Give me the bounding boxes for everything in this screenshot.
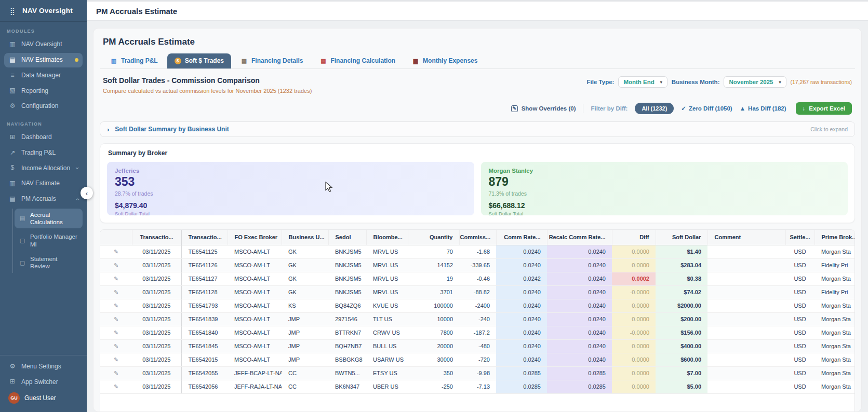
tab-trading-p-l[interactable]: ▥Trading P&L bbox=[103, 53, 165, 68]
table-row[interactable]: ✎03/11/2025TE6541793MSCO-AM-LTKSBQ84ZQ6K… bbox=[100, 299, 855, 312]
cell-sedol: BNKJSM5 bbox=[328, 258, 366, 272]
table-row[interactable]: ✎03/11/2025TE6541125MSCO-AM-LTGKBNKJSM5M… bbox=[100, 245, 855, 258]
section-row: Soft Dollar Trades - Commission Comparis… bbox=[103, 76, 852, 94]
sidebar-item-app-switcher[interactable]: ⊞App Switcher bbox=[4, 375, 83, 389]
show-overrides-toggle[interactable]: ✎ Show Overrides (0) bbox=[511, 105, 576, 112]
table-row[interactable]: ✎03/11/2025TE6541839MSCO-AM-LTJMP2971546… bbox=[100, 312, 855, 326]
col-header-prime-broker[interactable]: Prime Brok... bbox=[814, 230, 855, 245]
calc-table-icon: ▦ bbox=[319, 58, 327, 64]
cell-bloomberg: KVUE US bbox=[366, 299, 408, 312]
edit-row-icon[interactable]: ✎ bbox=[114, 343, 118, 349]
cell-comment bbox=[707, 326, 785, 339]
sidebar-collapse-button[interactable]: ‹ bbox=[81, 187, 93, 199]
export-excel-button[interactable]: ↓ Export Excel bbox=[796, 102, 852, 115]
table-row[interactable]: ✎03/11/2025TE6541126MSCO-AM-LTGKBNKJSM5M… bbox=[100, 258, 855, 272]
trend-up-icon: ↗ bbox=[8, 149, 17, 157]
sidebar-item-dashboard[interactable]: ⊞Dashboard bbox=[4, 130, 83, 145]
tab-monthly-expenses[interactable]: ▆Monthly Expenses bbox=[405, 53, 485, 68]
brand: ⣿ NAV Oversight bbox=[0, 0, 87, 22]
cell-comment bbox=[707, 366, 785, 380]
filter-all-button[interactable]: All (1232) bbox=[635, 103, 674, 114]
cell-fo-exec-broker: MSCO-AM-LT bbox=[228, 258, 282, 272]
edit-row-icon[interactable]: ✎ bbox=[114, 316, 118, 322]
tab-label: Trading P&L bbox=[121, 57, 158, 64]
col-header-bloomberg[interactable]: Bloombe... bbox=[366, 230, 408, 245]
table-row[interactable]: ✎03/11/2025TE6541127MSCO-AM-LTGKBNKJSM5M… bbox=[100, 272, 855, 285]
sidebar-item-nav-estimates[interactable]: ▤NAV Estimates bbox=[4, 53, 83, 67]
sidebar-subitem-statement-review[interactable]: ▢Statement Review bbox=[15, 253, 83, 273]
table-row[interactable]: ✎03/11/2025TE6541845MSCO-AM-LTJMPBQH7NB7… bbox=[100, 339, 855, 353]
sidebar-item-income-allocation[interactable]: $Income Allocation› bbox=[4, 161, 83, 175]
sidebar-item-trading-p-l[interactable]: ↗Trading P&L bbox=[4, 146, 83, 160]
broker-trade-count: 879 bbox=[489, 175, 840, 189]
sidebar-item-label: PM Accruals bbox=[21, 196, 56, 202]
sidebar-item-nav-oversight[interactable]: ▥NAV Oversight bbox=[4, 37, 83, 52]
filter-zero-diff-button[interactable]: ✓ Zero Diff (1050) bbox=[681, 105, 732, 112]
sidebar-item-menu-settings[interactable]: ⚙Menu Settings bbox=[4, 360, 83, 374]
filter-has-diff-button[interactable]: ▲ Has Diff (182) bbox=[740, 105, 786, 112]
business-unit-summary-expander[interactable]: › Soft Dollar Summary by Business Unit C… bbox=[100, 121, 855, 137]
col-header-comment[interactable]: Comment bbox=[707, 230, 785, 245]
cell-settle-currency: USD bbox=[785, 339, 814, 353]
cell-fo-exec-broker: MSCO-AM-LT bbox=[228, 245, 282, 258]
col-header-comm-rate[interactable]: Comm Rate... bbox=[496, 230, 547, 245]
main-area: PM Accruals Estimate PM Accruals Estimat… bbox=[87, 0, 868, 412]
cell-soft-dollar: $0.38 bbox=[656, 272, 707, 285]
edit-row-icon[interactable]: ✎ bbox=[114, 276, 118, 282]
cell-prime-broker: Morgan Sta bbox=[814, 353, 855, 366]
cell-transaction-date: 03/11/2025 bbox=[132, 353, 181, 366]
tab-financing-calculation[interactable]: ▦Financing Calculation bbox=[312, 53, 403, 68]
col-header-transaction-date[interactable]: Transactio... bbox=[132, 230, 181, 245]
cell-settle-currency: USD bbox=[785, 312, 814, 326]
col-header-fo-exec-broker[interactable]: FO Exec Broker bbox=[228, 230, 282, 245]
sidebar-item-configuration[interactable]: ⚙Configuration bbox=[4, 99, 83, 114]
edit-row-icon[interactable]: ✎ bbox=[114, 249, 118, 255]
business-month-select[interactable]: November 2025 ▾ bbox=[724, 76, 786, 88]
col-header-settle-currency[interactable]: Settle... bbox=[785, 230, 814, 245]
col-header-recalc-comm-rate[interactable]: Recalc Comm Rate... bbox=[547, 230, 612, 245]
col-header-diff[interactable]: Diff bbox=[612, 230, 656, 245]
sidebar-item-reporting[interactable]: ▧Reporting bbox=[4, 84, 83, 98]
app-root: ⣿ NAV Oversight MODULES ▥NAV Oversight▤N… bbox=[0, 0, 868, 412]
edit-row-icon[interactable]: ✎ bbox=[114, 303, 118, 309]
col-header-soft-dollar[interactable]: Soft Dollar bbox=[656, 230, 707, 245]
tab-soft-trades[interactable]: $Soft $ Trades bbox=[167, 53, 231, 68]
table-row[interactable]: ✎03/11/2025TE6542055JEFF-BCAP-LT-NACCBWT… bbox=[100, 366, 855, 380]
cell-fo-exec-broker: JEFF-BCAP-LT-NA bbox=[228, 366, 282, 380]
chevron-down-icon: › bbox=[74, 167, 81, 169]
cell-settle-currency: USD bbox=[785, 353, 814, 366]
edit-row-icon[interactable]: ✎ bbox=[114, 262, 118, 268]
tab-financing-details[interactable]: ▦Financing Details bbox=[233, 53, 310, 68]
edit-row-icon[interactable]: ✎ bbox=[114, 289, 118, 295]
sidebar-subitem-accrual-calculations[interactable]: ▤Accrual Calculations bbox=[15, 209, 83, 229]
sidebar-item-data-manager[interactable]: ≡Data Manager bbox=[4, 68, 83, 83]
edit-row-icon[interactable]: ✎ bbox=[114, 383, 118, 390]
business-month-value: November 2025 bbox=[729, 79, 773, 85]
edit-row-icon[interactable]: ✎ bbox=[114, 370, 118, 376]
money-bag-icon: $ bbox=[175, 58, 181, 64]
col-header-quantity[interactable]: Quantity bbox=[408, 230, 459, 245]
file-type-select[interactable]: Month End ▾ bbox=[618, 76, 667, 88]
cell-edit: ✎ bbox=[100, 258, 132, 272]
table-row[interactable]: ✎03/11/2025TE6542056JEFF-RAJA-LT-NACCBK6… bbox=[100, 380, 855, 393]
col-header-transaction-id[interactable]: Transactio... bbox=[181, 230, 228, 245]
col-header-business-unit[interactable]: Business U... bbox=[282, 230, 328, 245]
edit-row-icon[interactable]: ✎ bbox=[114, 356, 118, 363]
user-row[interactable]: GU Guest User bbox=[4, 390, 83, 406]
table-row[interactable]: ✎03/11/2025TE6542015MSCO-AM-LTJMPBSBGKG8… bbox=[100, 353, 855, 366]
edit-row-icon[interactable]: ✎ bbox=[114, 329, 118, 336]
table-row[interactable]: ✎03/11/2025TE6541128MSCO-AM-LTGKBNKJSM5M… bbox=[100, 285, 855, 299]
col-header-edit[interactable] bbox=[100, 230, 132, 245]
sidebar-subitem-portfolio-manager-mi[interactable]: ▢Portfolio Manager MI bbox=[15, 230, 83, 251]
cell-bloomberg: CRWV US bbox=[366, 326, 408, 339]
table-row[interactable]: ✎03/11/2025TE6541840MSCO-AM-LTJMPBTTRKN7… bbox=[100, 326, 855, 339]
cell-transaction-id: TE6542056 bbox=[181, 380, 228, 393]
sidebar-item-nav-estimate[interactable]: ▥NAV Estimate bbox=[4, 176, 83, 191]
sidebar-item-pm-accruals[interactable]: ▤PM Accruals› bbox=[4, 192, 83, 207]
col-header-sedol[interactable]: Sedol bbox=[328, 230, 366, 245]
cell-settle-currency: USD bbox=[785, 272, 814, 285]
bar-chart-icon: ▥ bbox=[8, 180, 17, 187]
sidebar-subitem-label: Portfolio Manager MI bbox=[30, 233, 78, 248]
col-header-commission[interactable]: Commiss... bbox=[459, 230, 496, 245]
gear-icon: ⚙ bbox=[8, 363, 17, 370]
